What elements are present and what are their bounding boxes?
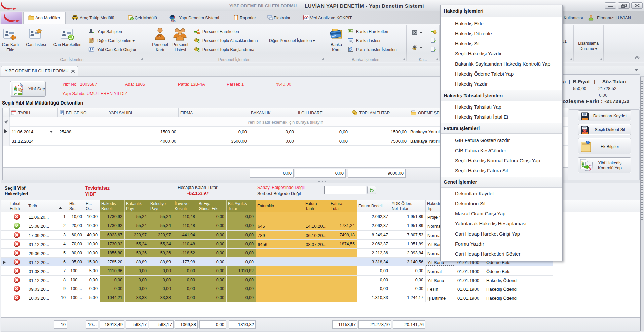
svg-text:YIBF: YIBF	[13, 87, 17, 95]
svg-text:YDS: YDS	[171, 20, 176, 22]
svg-text:DX: DX	[158, 35, 160, 37]
svg-text:€: €	[354, 112, 356, 115]
